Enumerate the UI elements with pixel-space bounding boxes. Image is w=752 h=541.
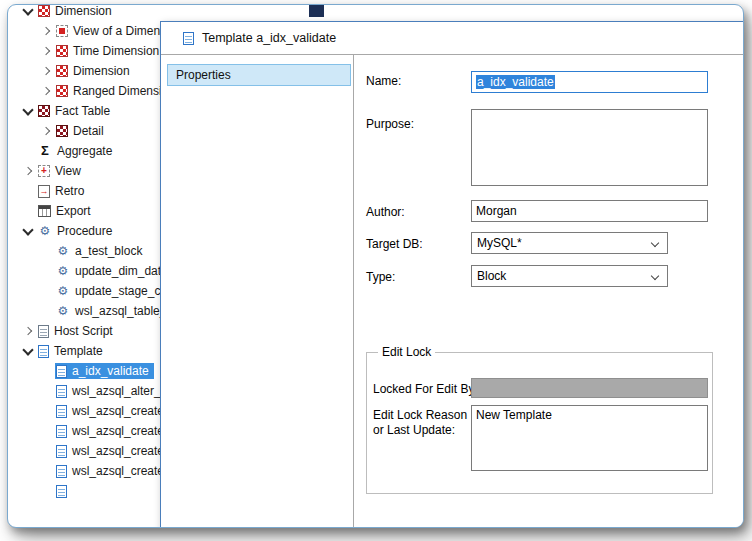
doc-blue-icon bbox=[38, 345, 49, 358]
chevron-spacer bbox=[38, 362, 55, 380]
tree-item-label: View bbox=[55, 164, 81, 178]
nav-form-divider bbox=[353, 55, 354, 528]
chevron-right-icon[interactable] bbox=[20, 322, 37, 340]
view-plus-icon: + bbox=[38, 165, 50, 177]
edit-lock-reason-textarea[interactable]: New Template bbox=[471, 405, 708, 471]
chevron-spacer bbox=[38, 302, 55, 320]
tree-item-core: ⚙Procedure bbox=[37, 223, 117, 239]
name-label: Name: bbox=[366, 74, 401, 88]
doc-blue-icon bbox=[56, 425, 67, 438]
tree-item-core: Fact Table bbox=[37, 103, 115, 119]
locked-by-field bbox=[471, 378, 708, 398]
chevron-spacer bbox=[38, 382, 55, 400]
tree-item-label: Template bbox=[54, 344, 103, 358]
gear-icon: ⚙ bbox=[56, 264, 70, 278]
tree-item-dimension[interactable]: Dimension bbox=[20, 4, 350, 21]
chevron-spacer bbox=[38, 462, 55, 480]
chevron-spacer bbox=[20, 202, 37, 220]
sigma-icon: Σ bbox=[38, 144, 52, 158]
tree-item-label: Time Dimension bbox=[73, 44, 159, 58]
nav-item-properties[interactable]: Properties bbox=[167, 64, 351, 86]
fact-grid-icon bbox=[38, 105, 50, 117]
gear-icon: ⚙ bbox=[56, 244, 70, 258]
dialog-title: Template a_idx_validate bbox=[202, 31, 336, 45]
dialog-title-separator bbox=[161, 54, 744, 55]
type-label: Type: bbox=[366, 270, 395, 284]
dialog-titlebar[interactable]: Template a_idx_validate bbox=[161, 22, 744, 54]
tree-item-core: Export bbox=[37, 203, 96, 219]
background-window-fragment bbox=[309, 5, 324, 17]
tree-item-core: Dimension bbox=[55, 63, 135, 79]
tree-item-core: →Retro bbox=[37, 183, 89, 199]
purpose-textarea[interactable] bbox=[471, 109, 708, 186]
dim-grid-icon bbox=[56, 65, 68, 77]
chevron-right-icon[interactable] bbox=[38, 62, 55, 80]
doc-blue-icon bbox=[56, 485, 67, 498]
type-value: Block bbox=[477, 269, 506, 283]
chevron-right-icon[interactable] bbox=[38, 122, 55, 140]
template-properties-dialog: Template a_idx_validate Properties Name:… bbox=[160, 21, 744, 528]
dim-grid-dashed-icon bbox=[56, 25, 68, 37]
chevron-spacer bbox=[38, 282, 55, 300]
retro-arrow-icon: → bbox=[38, 185, 50, 198]
tree-item-core: +View bbox=[37, 163, 86, 179]
chevron-spacer bbox=[20, 182, 37, 200]
fact-grid-icon bbox=[56, 125, 68, 137]
chevron-down-icon[interactable] bbox=[20, 342, 37, 360]
template-icon bbox=[183, 32, 194, 45]
tree-item-label: Procedure bbox=[57, 224, 112, 238]
chevron-spacer bbox=[38, 242, 55, 260]
tree-item-core: a_idx_validate bbox=[55, 363, 154, 379]
dim-grid-icon bbox=[56, 85, 68, 97]
author-label: Author: bbox=[366, 205, 405, 219]
doc-blue-icon bbox=[56, 385, 67, 398]
chevron-spacer bbox=[38, 482, 55, 500]
edit-lock-group-label: Edit Lock bbox=[378, 345, 435, 359]
tree-item-label: Dimension bbox=[55, 4, 112, 18]
tree-item-label: Export bbox=[56, 204, 91, 218]
tree-item-label: Dimension bbox=[73, 64, 130, 78]
tree-item-core: ΣAggregate bbox=[37, 143, 117, 159]
purpose-label: Purpose: bbox=[366, 117, 414, 131]
chevron-down-icon[interactable] bbox=[20, 222, 37, 240]
name-input[interactable]: a_idx_validate bbox=[471, 71, 708, 93]
tree-item-core: Detail bbox=[55, 123, 109, 139]
gear-icon: ⚙ bbox=[56, 284, 70, 298]
chevron-down-icon[interactable] bbox=[20, 4, 37, 20]
tree-item-label: Aggregate bbox=[57, 144, 112, 158]
tree-item-label: a_idx_validate bbox=[72, 364, 149, 378]
dim-grid-icon bbox=[38, 5, 50, 17]
author-input[interactable]: Morgan bbox=[471, 200, 708, 222]
tree-item-core bbox=[55, 484, 77, 499]
chevron-right-icon[interactable] bbox=[38, 22, 55, 40]
app-window: DimensionView of a DimensionTime Dimensi… bbox=[7, 4, 744, 528]
tree-item-core: Template bbox=[37, 343, 108, 359]
chevron-down-icon bbox=[647, 233, 663, 253]
chevron-down-icon bbox=[647, 266, 663, 286]
doc-gray-icon bbox=[38, 325, 49, 338]
chevron-spacer bbox=[20, 142, 37, 160]
target-db-label: Target DB: bbox=[366, 237, 423, 251]
chevron-down-icon[interactable] bbox=[20, 102, 37, 120]
tree-item-label: a_test_block bbox=[75, 244, 142, 258]
gear-icon: ⚙ bbox=[38, 224, 52, 238]
tree-item-label: Host Script bbox=[54, 324, 113, 338]
chevron-spacer bbox=[38, 442, 55, 460]
doc-blue-icon bbox=[56, 405, 67, 418]
name-value-selected-text: a_idx_validate bbox=[476, 75, 555, 89]
doc-blue-icon bbox=[56, 445, 67, 458]
target-db-dropdown[interactable]: MySQL* bbox=[471, 232, 668, 254]
chevron-right-icon[interactable] bbox=[38, 82, 55, 100]
type-dropdown[interactable]: Block bbox=[471, 265, 668, 287]
tree-item-core: Host Script bbox=[37, 323, 118, 339]
target-db-value: MySQL* bbox=[477, 236, 522, 250]
chevron-spacer bbox=[38, 262, 55, 280]
edit-lock-reason-label-line2: or Last Update: bbox=[373, 423, 455, 437]
chevron-right-icon[interactable] bbox=[38, 42, 55, 60]
doc-blue-icon bbox=[56, 465, 67, 478]
tree-item-label: Retro bbox=[55, 184, 84, 198]
edit-lock-reason-label-line1: Edit Lock Reason bbox=[373, 408, 467, 422]
tree-item-label: Fact Table bbox=[55, 104, 110, 118]
tree-item-core: Dimension bbox=[37, 4, 117, 19]
chevron-right-icon[interactable] bbox=[20, 162, 37, 180]
